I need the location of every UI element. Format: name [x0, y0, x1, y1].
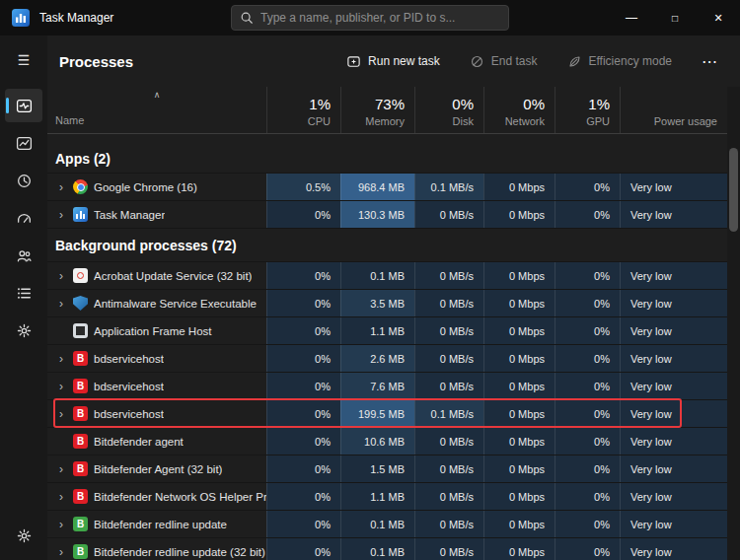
column-header-cpu[interactable]: 1% CPU: [266, 87, 340, 133]
run-new-task-button[interactable]: Run new task: [344, 50, 442, 73]
process-row[interactable]: ›Bitdefender redline update (32 bit)0%0.…: [47, 538, 727, 560]
cell-cpu: 0%: [266, 538, 340, 560]
cell-gpu: 0%: [555, 317, 620, 344]
process-name-cell: ›Google Chrome (16): [47, 174, 266, 200]
end-task-button[interactable]: End task: [468, 50, 540, 73]
table-header: ∧ Name 1% CPU 73% Memory 0% Disk 0% Ne: [47, 87, 727, 134]
users-icon: [16, 247, 33, 264]
process-name: Bitdefender agent: [94, 436, 184, 448]
process-row[interactable]: ›Bitdefender Network OS Helper Pr...0%1.…: [47, 483, 727, 511]
cell-disk: 0 MB/s: [414, 483, 483, 510]
sidebar-item-app-history[interactable]: [5, 164, 42, 197]
scrollbar-thumb[interactable]: [729, 148, 738, 232]
cell-memory: 1.1 MB: [340, 483, 414, 510]
expand-chevron-icon[interactable]: ›: [55, 381, 67, 392]
sidebar-item-details[interactable]: [5, 276, 42, 310]
cell-network: 0 Mbps: [483, 511, 555, 537]
vertical-scrollbar[interactable]: [727, 87, 740, 560]
group-header-row[interactable]: Apps (2): [47, 134, 727, 174]
cell-network: 0 Mbps: [483, 455, 555, 482]
cell-gpu: 0%: [555, 290, 620, 316]
process-name: bdservicehost: [94, 381, 164, 392]
cell-gpu: 0%: [555, 538, 620, 560]
process-name: Bitdefender Network OS Helper Pr...: [94, 491, 266, 503]
sidebar-item-users[interactable]: [5, 239, 42, 272]
cell-gpu: 0%: [555, 400, 620, 427]
toolbar: Run new task End task Efficiency mode ⋯: [344, 48, 724, 75]
cell-disk: 0 MB/s: [414, 428, 483, 455]
process-row[interactable]: ›bdservicehost0%199.5 MB0.1 MB/s0 Mbps0%…: [47, 400, 727, 428]
efficiency-mode-button[interactable]: Efficiency mode: [565, 50, 675, 73]
process-name-cell: ›Acrobat Update Service (32 bit): [47, 262, 266, 289]
column-total: 1%: [588, 96, 610, 112]
cell-memory: 2.6 MB: [340, 345, 414, 372]
column-header-name[interactable]: ∧ Name: [47, 87, 266, 133]
group-header-row[interactable]: Background processes (72): [47, 229, 727, 262]
maximize-button[interactable]: □: [653, 0, 697, 35]
process-name: Task Manager: [94, 209, 165, 221]
column-header-gpu[interactable]: 1% GPU: [555, 87, 620, 133]
end-task-label: End task: [491, 54, 538, 68]
expand-chevron-icon[interactable]: ›: [55, 209, 67, 221]
column-total: 1%: [309, 96, 331, 112]
expand-chevron-icon[interactable]: ›: [55, 270, 67, 282]
sidebar-item-startup-apps[interactable]: [5, 201, 42, 235]
process-name: Bitdefender Agent (32 bit): [94, 463, 222, 475]
expand-chevron-icon[interactable]: ›: [55, 181, 67, 193]
sidebar-item-settings[interactable]: [5, 519, 42, 552]
cell-network: 0 Mbps: [483, 317, 555, 344]
expand-chevron-icon[interactable]: ›: [55, 546, 67, 558]
column-header-disk[interactable]: 0% Disk: [414, 87, 483, 133]
sidebar-item-performance[interactable]: [5, 126, 42, 160]
process-row[interactable]: ›Bitdefender Agent (32 bit)0%1.5 MB0 MB/…: [47, 455, 727, 483]
column-label: Network: [505, 115, 545, 127]
expand-chevron-icon[interactable]: ›: [55, 463, 67, 475]
cell-disk: 0 MB/s: [414, 455, 483, 482]
close-button[interactable]: ✕: [697, 0, 740, 35]
process-row[interactable]: ›Task Manager0%130.3 MB0 MB/s0 Mbps0%Ver…: [47, 201, 727, 229]
sidebar-menu-button[interactable]: ☰: [5, 43, 42, 77]
acrobat-icon: [73, 268, 88, 283]
search-box[interactable]: [231, 5, 509, 31]
cell-power: Very low: [620, 455, 727, 482]
process-table-body: Apps (2)›Google Chrome (16)0.5%968.4 MB0…: [47, 134, 727, 560]
cell-disk: 0 MB/s: [414, 290, 483, 316]
process-name: Application Frame Host: [94, 325, 212, 337]
efficiency-mode-icon: [567, 54, 582, 69]
column-header-network[interactable]: 0% Network: [483, 87, 555, 133]
cell-disk: 0 MB/s: [414, 538, 483, 560]
process-name: Google Chrome (16): [94, 181, 197, 193]
expand-chevron-icon[interactable]: ›: [55, 519, 67, 530]
process-row[interactable]: ›Acrobat Update Service (32 bit)0%0.1 MB…: [47, 262, 727, 290]
process-row[interactable]: ›Google Chrome (16)0.5%968.4 MB0.1 MB/s0…: [47, 174, 727, 201]
expand-chevron-icon[interactable]: ›: [55, 408, 67, 420]
cell-cpu: 0%: [266, 345, 340, 372]
bitdefender-green-icon: [73, 544, 88, 559]
column-header-memory[interactable]: 73% Memory: [340, 87, 414, 133]
sidebar-item-services[interactable]: [5, 314, 42, 347]
more-options-button[interactable]: ⋯: [700, 48, 720, 75]
process-row[interactable]: Bitdefender agent0%10.6 MB0 MB/s0 Mbps0%…: [47, 428, 727, 455]
cell-disk: 0 MB/s: [414, 511, 483, 537]
column-header-power-usage[interactable]: Power usage: [620, 87, 727, 133]
startup-apps-icon: [16, 210, 33, 227]
search-input[interactable]: [260, 11, 500, 25]
process-name-cell: ›Bitdefender Network OS Helper Pr...: [47, 483, 266, 510]
process-row[interactable]: ›bdservicehost0%7.6 MB0 MB/s0 Mbps0%Very…: [47, 373, 727, 400]
bitdefender-icon: [73, 489, 88, 504]
cell-disk: 0 MB/s: [414, 345, 483, 372]
cell-cpu: 0%: [266, 428, 340, 455]
process-row[interactable]: ›Antimalware Service Executable0%3.5 MB0…: [47, 290, 727, 317]
cell-network: 0 Mbps: [483, 428, 555, 455]
process-row[interactable]: Application Frame Host0%1.1 MB0 MB/s0 Mb…: [47, 317, 727, 345]
cell-disk: 0 MB/s: [414, 201, 483, 228]
cell-gpu: 0%: [555, 483, 620, 510]
expand-chevron-icon[interactable]: ›: [55, 491, 67, 503]
expand-chevron-icon[interactable]: ›: [55, 298, 67, 310]
process-row[interactable]: ›bdservicehost0%2.6 MB0 MB/s0 Mbps0%Very…: [47, 345, 727, 373]
cell-gpu: 0%: [555, 201, 620, 228]
process-row[interactable]: ›Bitdefender redline update0%0.1 MB0 MB/…: [47, 511, 727, 538]
expand-chevron-icon[interactable]: ›: [55, 353, 67, 365]
minimize-button[interactable]: —: [610, 0, 653, 35]
sidebar-item-processes[interactable]: [5, 89, 42, 122]
